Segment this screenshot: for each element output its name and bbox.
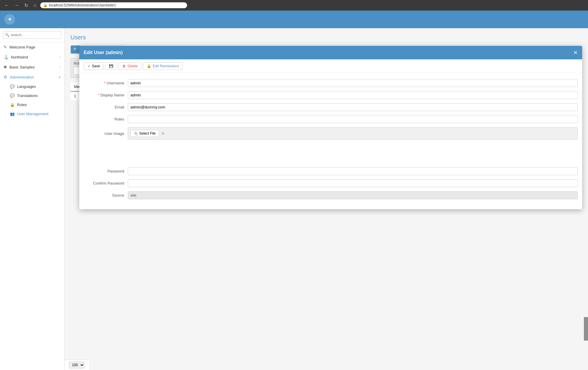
sidebar-sub-item-translations[interactable]: 💬 Translations bbox=[0, 91, 64, 100]
sidebar-item-basic-samples[interactable]: ✱ Basic Samples › bbox=[0, 62, 64, 72]
roles-input[interactable] bbox=[128, 115, 578, 123]
sidebar-item-administration[interactable]: ⚙ Administration ∨ bbox=[0, 72, 64, 82]
sidebar-sub-item-label: Translations bbox=[17, 93, 38, 98]
email-row: Email bbox=[84, 103, 578, 111]
address-text: localhost:52999/Administration/User#edit… bbox=[49, 3, 116, 7]
delete-icon: 🗑 bbox=[122, 64, 126, 68]
username-label: * Username bbox=[84, 81, 128, 85]
modal-close-button[interactable]: ✕ bbox=[573, 49, 578, 56]
back-button[interactable]: ← bbox=[3, 2, 11, 9]
chat-icon: 💬 bbox=[10, 93, 15, 98]
modal-body: * Username * Display Name Email bbox=[79, 73, 582, 209]
main-layout: 🔍 ✎ Welcome Page ⚓ Northwind › ✱ Basic S… bbox=[0, 28, 588, 370]
chat-icon: 💬 bbox=[10, 84, 15, 89]
sidebar-search-input[interactable] bbox=[3, 31, 61, 39]
save-disk-button[interactable]: 💾 bbox=[105, 62, 117, 70]
chevron-right-icon: › bbox=[60, 55, 61, 59]
email-label: Email bbox=[84, 105, 128, 109]
spacer bbox=[84, 144, 578, 167]
disk-icon: 💾 bbox=[109, 64, 113, 68]
password-label: Password bbox=[84, 169, 128, 173]
required-marker: * bbox=[98, 93, 99, 97]
display-name-input[interactable] bbox=[128, 91, 578, 99]
file-upload-area: 📎 Select File ✕ bbox=[128, 127, 578, 140]
clear-file-button[interactable]: ✕ bbox=[161, 131, 165, 136]
edit-permissions-label: Edit Permissions bbox=[153, 64, 179, 68]
sidebar-sub-item-label: Languages bbox=[17, 84, 36, 89]
users-icon: 👥 bbox=[10, 112, 15, 116]
search-box-icon: 🔍 bbox=[71, 46, 80, 53]
pencil-icon: ✎ bbox=[4, 45, 7, 49]
home-button[interactable]: ⌂ bbox=[32, 2, 38, 9]
sidebar: 🔍 ✎ Welcome Page ⚓ Northwind › ✱ Basic S… bbox=[0, 28, 65, 370]
password-input[interactable] bbox=[128, 167, 578, 175]
email-input[interactable] bbox=[128, 103, 578, 111]
anchor-icon: ⚓ bbox=[4, 55, 9, 59]
sidebar-sub-item-label: User Management bbox=[17, 112, 48, 116]
chevron-right-icon: › bbox=[60, 65, 61, 69]
sidebar-search-container: 🔍 bbox=[0, 28, 64, 42]
lock-icon: 🔒 bbox=[10, 103, 15, 107]
scrollbar[interactable] bbox=[584, 317, 588, 341]
app-logo: ✦ bbox=[4, 14, 15, 25]
chevron-down-icon: ∨ bbox=[58, 75, 61, 79]
lock-icon: 🔒 bbox=[43, 3, 48, 7]
sidebar-sub-item-roles[interactable]: 🔒 Roles bbox=[0, 100, 64, 109]
sidebar-item-label: Basic Samples bbox=[9, 65, 35, 69]
roles-row: Roles bbox=[84, 115, 578, 123]
select-file-label: Select File bbox=[139, 131, 156, 135]
sidebar-sub-item-user-management[interactable]: 👥 User Management bbox=[0, 109, 64, 118]
lock-icon: 🔒 bbox=[147, 64, 151, 68]
source-label: Source bbox=[84, 193, 128, 197]
save-icon: ✔ bbox=[88, 64, 90, 68]
modal-header: Edit User (admin) ✕ bbox=[79, 46, 582, 59]
roles-label: Roles bbox=[84, 117, 128, 121]
username-input[interactable] bbox=[128, 79, 578, 87]
sidebar-item-label: Administration bbox=[10, 75, 34, 79]
username-row: * Username bbox=[84, 79, 578, 87]
paperclip-icon: 📎 bbox=[134, 131, 138, 135]
app-header: ✦ bbox=[0, 11, 588, 28]
display-name-label: * Display Name bbox=[84, 93, 128, 97]
confirm-password-input[interactable] bbox=[128, 179, 578, 187]
required-marker: * bbox=[104, 81, 105, 85]
page-title: Users bbox=[70, 34, 582, 41]
password-row: Password bbox=[84, 167, 578, 175]
sidebar-sub-item-label: Roles bbox=[17, 103, 27, 107]
confirm-password-label: Confirm Password bbox=[84, 181, 128, 185]
user-image-row: User Image 📎 Select File ✕ bbox=[84, 127, 578, 140]
select-file-button[interactable]: 📎 Select File bbox=[130, 130, 159, 137]
modal-title: Edit User (admin) bbox=[84, 50, 122, 55]
pagination-bar: 100 bbox=[65, 360, 89, 370]
user-image-label: User Image bbox=[84, 131, 128, 136]
content-area: Users 🔍 ⊕ New User ↻ ☰ Roles bbox=[65, 28, 588, 370]
sidebar-sub-item-languages[interactable]: 💬 Languages bbox=[0, 82, 64, 91]
gear-icon: ⚙ bbox=[4, 75, 7, 79]
per-page-select[interactable]: 100 bbox=[69, 361, 85, 369]
delete-button[interactable]: 🗑 Delete bbox=[119, 62, 142, 70]
display-name-row: * Display Name bbox=[84, 91, 578, 99]
star-icon: ✱ bbox=[4, 65, 7, 69]
save-button[interactable]: ✔ Save bbox=[84, 62, 104, 70]
sidebar-search-icon: 🔍 bbox=[5, 33, 9, 37]
logo-symbol: ✦ bbox=[8, 16, 12, 23]
refresh-button[interactable]: ↻ bbox=[23, 2, 30, 9]
sidebar-item-label: Welcome Page bbox=[9, 45, 35, 49]
save-label: Save bbox=[92, 64, 100, 68]
delete-label: Delete bbox=[127, 64, 138, 68]
modal-toolbar: ✔ Save 💾 🗑 Delete 🔒 Edit Permissions bbox=[79, 59, 582, 73]
edit-user-modal: Edit User (admin) ✕ ✔ Save 💾 🗑 Delete 🔒 … bbox=[79, 46, 582, 209]
sidebar-item-label: Northwind bbox=[11, 55, 28, 59]
confirm-password-row: Confirm Password bbox=[84, 179, 578, 187]
browser-chrome: ← → ↻ ⌂ 🔒 localhost:52999/Administration… bbox=[0, 0, 588, 11]
forward-button[interactable]: → bbox=[13, 2, 21, 9]
sidebar-item-northwind[interactable]: ⚓ Northwind › bbox=[0, 52, 64, 62]
edit-permissions-button[interactable]: 🔒 Edit Permissions bbox=[143, 62, 183, 70]
source-input bbox=[128, 191, 578, 199]
address-bar[interactable]: 🔒 localhost:52999/Administration/User#ed… bbox=[40, 2, 187, 8]
sidebar-item-welcome-page[interactable]: ✎ Welcome Page bbox=[0, 42, 64, 52]
source-row: Source bbox=[84, 191, 578, 199]
